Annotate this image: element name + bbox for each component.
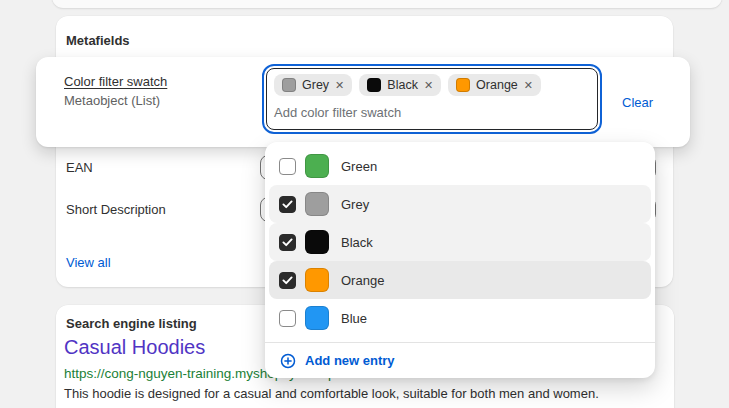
remove-tag-icon[interactable]: ✕ <box>524 80 533 91</box>
metafield-name-link[interactable]: Color filter swatch <box>64 74 167 89</box>
color-option-row[interactable]: Orange <box>269 261 651 299</box>
color-option-label: Black <box>341 235 373 250</box>
remove-tag-icon[interactable]: ✕ <box>424 80 433 91</box>
tag-color-swatch <box>367 78 381 92</box>
metafields-title: Metafields <box>66 33 130 48</box>
selected-tag: Orange ✕ <box>448 74 541 96</box>
seo-description: This hoodie is designed for a casual and… <box>64 386 599 401</box>
color-option-row[interactable]: Blue <box>269 299 651 337</box>
color-swatch <box>305 268 329 292</box>
checkbox[interactable] <box>279 310 296 327</box>
seo-page-title[interactable]: Casual Hoodies <box>64 336 205 359</box>
checkmark-icon <box>282 276 293 285</box>
selected-tags: Grey ✕ Black ✕ Orange ✕ <box>274 74 590 96</box>
tag-label: Grey <box>302 78 329 92</box>
combo-placeholder: Add color filter swatch <box>274 105 590 120</box>
color-filter-swatch-input[interactable]: Grey ✕ Black ✕ Orange ✕ Add color filter… <box>266 68 598 130</box>
color-option-row[interactable]: Green <box>269 147 651 185</box>
remove-tag-icon[interactable]: ✕ <box>335 80 344 91</box>
checkbox[interactable] <box>279 272 296 289</box>
view-all-link[interactable]: View all <box>66 255 111 270</box>
color-options-dropdown: Green Grey Black <box>265 142 655 378</box>
color-option-label: Green <box>341 159 377 174</box>
clear-button[interactable]: Clear <box>622 95 653 110</box>
tag-color-swatch <box>456 78 470 92</box>
tag-label: Orange <box>476 78 518 92</box>
color-options-list: Green Grey Black <box>265 147 655 337</box>
checkbox[interactable] <box>279 158 296 175</box>
color-option-label: Grey <box>341 197 369 212</box>
tag-color-swatch <box>282 78 296 92</box>
checkmark-icon <box>282 200 293 209</box>
active-metafield-row: Color filter swatch Metaobject (List) Gr… <box>36 57 690 147</box>
checkmark-icon <box>282 238 293 247</box>
product-admin-page: Metafields EAN Short Description View al… <box>0 0 729 408</box>
selected-tag: Black ✕ <box>359 74 441 96</box>
checkbox[interactable] <box>279 234 296 251</box>
color-swatch <box>305 230 329 254</box>
add-new-entry-button[interactable]: Add new entry <box>265 342 655 378</box>
metafield-type-label: Metaobject (List) <box>64 93 160 108</box>
color-option-row[interactable]: Grey <box>269 185 651 223</box>
color-swatch <box>305 306 329 330</box>
plus-circle-icon <box>280 353 296 369</box>
seo-card-title: Search engine listing <box>66 316 197 331</box>
color-option-label: Orange <box>341 273 384 288</box>
metafield-label: Short Description <box>56 202 260 217</box>
color-option-row[interactable]: Black <box>269 223 651 261</box>
tag-label: Black <box>387 78 418 92</box>
checkbox[interactable] <box>279 196 296 213</box>
previous-card-sliver <box>52 0 722 8</box>
metafield-label: EAN <box>56 160 260 175</box>
add-new-entry-label: Add new entry <box>305 353 395 368</box>
color-option-label: Blue <box>341 311 367 326</box>
selected-tag: Grey ✕ <box>274 74 352 96</box>
color-swatch <box>305 192 329 216</box>
color-swatch <box>305 154 329 178</box>
